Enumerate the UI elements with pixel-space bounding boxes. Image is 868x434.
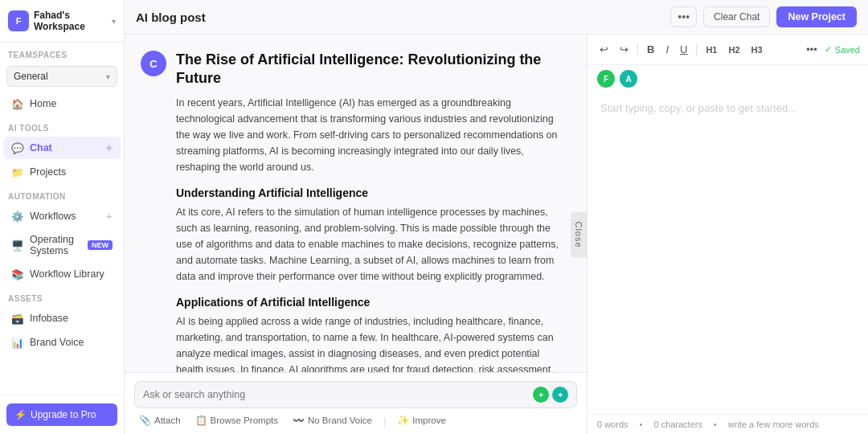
more-options-button[interactable]: •••	[670, 6, 697, 27]
sidebar-item-infobase[interactable]: 🗃️ Infobase	[3, 307, 121, 330]
topbar-actions: ••• Clear Chat New Project	[670, 6, 857, 27]
team-select-arrow-icon: ▾	[106, 72, 110, 81]
team-name: General	[14, 71, 48, 82]
no-brand-voice-button[interactable]: 〰️ No Brand Voice	[289, 413, 375, 428]
upgrade-button[interactable]: ⚡ Upgrade to Pro	[6, 403, 117, 426]
workspace-name: Fahad's Workspace	[34, 10, 112, 32]
brand-voice-icon: 📊	[11, 336, 24, 349]
doc-para-1: In recent years, Artificial Intelligence…	[176, 95, 563, 175]
attach-button[interactable]: 📎 Attach	[136, 413, 184, 428]
h1-button[interactable]: H1	[702, 43, 721, 57]
doc-para-2: At its core, AI refers to the simulation…	[176, 204, 563, 285]
h3-button[interactable]: H3	[747, 43, 767, 57]
doc-header-row: C The Rise of Artificial Intelligence: R…	[141, 51, 563, 372]
workspace-avatar: F	[8, 10, 29, 31]
doc-title: The Rise of Artificial Intelligence: Rev…	[176, 51, 563, 88]
doc-body: In recent years, Artificial Intelligence…	[176, 95, 563, 372]
sidebar-item-os-label: Operating Systems	[30, 234, 84, 256]
editor-avatar-row: F A	[588, 65, 868, 91]
sidebar-item-projects[interactable]: 📁 Projects	[3, 161, 121, 183]
page-title: AI blog post	[136, 10, 664, 24]
chat-mode-icon[interactable]: ✦	[552, 387, 568, 403]
editor-footer: 0 words • 0 characters • write a few mor…	[588, 414, 868, 434]
clear-chat-button[interactable]: Clear Chat	[703, 6, 770, 27]
new-project-button[interactable]: New Project	[776, 6, 857, 27]
chat-send-icon[interactable]: ✦	[533, 387, 549, 403]
document-scroll: C The Rise of Artificial Intelligence: R…	[125, 35, 587, 372]
attach-label: Attach	[154, 416, 181, 425]
sidebar-item-chat-label: Chat	[30, 142, 106, 154]
sidebar-item-chat[interactable]: 💬 Chat +	[3, 137, 121, 159]
redo-icon: ↪	[620, 43, 628, 55]
sidebar-item-brand-voice[interactable]: 📊 Brand Voice	[3, 331, 121, 354]
team-select[interactable]: General ▾	[6, 66, 117, 87]
document-panel: C The Rise of Artificial Intelligence: R…	[125, 35, 587, 434]
editor-body[interactable]: Start typing, copy, or paste to get star…	[588, 91, 868, 414]
bullet-2: •	[714, 420, 717, 429]
sidebar-bottom: ⚡ Upgrade to Pro	[0, 395, 124, 434]
italic-icon: I	[665, 43, 669, 55]
workflows-icon: ⚙️	[11, 210, 24, 223]
improve-icon: ✨	[397, 415, 409, 426]
browse-prompts-icon: 📋	[195, 415, 207, 426]
no-brand-voice-label: No Brand Voice	[308, 416, 372, 425]
sidebar-item-home-label: Home	[30, 98, 113, 109]
workflow-library-icon: 📚	[11, 268, 24, 280]
automation-label: Automation	[0, 184, 124, 204]
improve-button[interactable]: ✨ Improve	[394, 413, 449, 428]
checkmark-icon: ✓	[825, 44, 832, 55]
sidebar-item-workflow-library-label: Workflow Library	[30, 268, 113, 280]
h3-icon: H3	[751, 45, 763, 55]
bold-button[interactable]: B	[643, 41, 658, 58]
char-count: 0 characters	[653, 420, 702, 429]
doc-avatar: C	[141, 51, 166, 76]
editor-user1-avatar: F	[597, 70, 615, 88]
chat-icon: 💬	[11, 141, 24, 154]
sidebar-item-workflow-library[interactable]: 📚 Workflow Library	[3, 263, 121, 285]
undo-icon: ↩	[600, 43, 608, 55]
toolbar-separator-2	[696, 43, 697, 56]
more-toolbar-button[interactable]: •••	[802, 41, 821, 58]
redo-button[interactable]: ↪	[616, 41, 633, 58]
browse-prompts-label: Browse Prompts	[211, 416, 278, 425]
h2-icon: H2	[728, 45, 739, 55]
undo-button[interactable]: ↩	[596, 41, 612, 58]
editor-placeholder: Start typing, copy, or paste to get star…	[600, 102, 796, 114]
sidebar-item-operating-systems[interactable]: 🖥️ Operating Systems NEW	[3, 229, 121, 261]
projects-icon: 📁	[11, 166, 24, 178]
chat-actions-row: 📎 Attach 📋 Browse Prompts 〰️ No Brand Vo…	[134, 413, 577, 428]
h1-icon: H1	[706, 45, 717, 55]
browse-prompts-button[interactable]: 📋 Browse Prompts	[192, 413, 281, 428]
main-area: AI blog post ••• Clear Chat New Project …	[125, 0, 868, 434]
underline-button[interactable]: U	[676, 41, 691, 58]
chat-icons: ✦ ✦	[533, 387, 568, 403]
sidebar: F Fahad's Workspace ▾ Teamspaces General…	[0, 0, 125, 434]
more-options-icon: •••	[678, 10, 690, 23]
chat-input-row: ✦ ✦	[134, 381, 577, 408]
add-chat-icon[interactable]: +	[106, 141, 113, 154]
workspace-header[interactable]: F Fahad's Workspace ▾	[0, 0, 124, 43]
sidebar-item-brand-voice-label: Brand Voice	[30, 337, 113, 348]
upgrade-icon: ⚡	[14, 409, 27, 420]
chevron-down-icon: ▾	[112, 17, 116, 26]
add-workflow-icon[interactable]: +	[106, 210, 113, 223]
bold-icon: B	[647, 43, 654, 55]
h2-button[interactable]: H2	[724, 43, 743, 57]
content-area: C The Rise of Artificial Intelligence: R…	[125, 35, 868, 434]
italic-button[interactable]: I	[661, 41, 673, 58]
sidebar-item-home[interactable]: 🏠 Home	[3, 92, 121, 115]
close-tab-button[interactable]: Close	[571, 211, 587, 257]
editor-user2-avatar: A	[620, 70, 637, 88]
separator: |	[383, 415, 386, 427]
right-panel: ↩ ↪ B I U H1 H	[587, 35, 868, 434]
topbar: AI blog post ••• Clear Chat New Project	[125, 0, 868, 35]
doc-heading-1: Understanding Artificial Intelligence	[176, 186, 563, 199]
teamspaces-label: Teamspaces	[0, 43, 124, 63]
editor-hint: write a few more words	[728, 420, 819, 429]
chat-input[interactable]	[143, 389, 526, 400]
sidebar-item-workflows[interactable]: ⚙️ Workflows +	[3, 205, 121, 227]
editor-toolbar: ↩ ↪ B I U H1 H	[588, 35, 868, 65]
home-icon: 🏠	[11, 97, 24, 110]
upgrade-label: Upgrade to Pro	[31, 409, 96, 420]
underline-icon: U	[680, 43, 687, 55]
